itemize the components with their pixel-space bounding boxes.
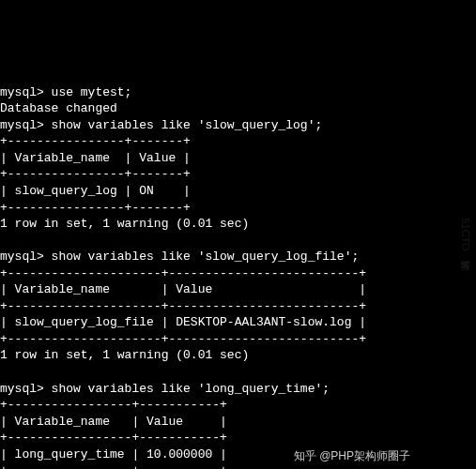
- table-border: +---------------------+-----------------…: [0, 266, 366, 280]
- result-summary: 1 row in set, 1 warning (0.01 sec): [0, 348, 249, 362]
- table-header: | Variable_name | Value |: [0, 415, 227, 429]
- table-border: +-----------------+-----------+: [0, 398, 227, 412]
- table-border: +-----------------+-----------+: [0, 431, 227, 445]
- prompt-line[interactable]: mysql> show variables like 'slow_query_l…: [0, 118, 322, 132]
- table-border: +----------------+-------+: [0, 167, 191, 181]
- table-row: | long_query_time | 10.000000 |: [0, 447, 227, 461]
- output-line: Database changed: [0, 101, 117, 115]
- table-header: | Variable_name | Value |: [0, 282, 366, 296]
- table-border: +---------------------+-----------------…: [0, 299, 366, 313]
- table-border: +----------------+-------+: [0, 134, 191, 148]
- prompt-line[interactable]: mysql> show variables like 'slow_query_l…: [0, 250, 359, 264]
- table-header: | Variable_name | Value |: [0, 151, 191, 165]
- table-row: | slow_query_log_file | DESKTOP-AAL3ANT-…: [0, 315, 366, 329]
- table-border: +----------------+-------+: [0, 201, 191, 215]
- terminal-output: mysql> use mytest; Database changed mysq…: [0, 66, 476, 469]
- prompt-line[interactable]: mysql> show variables like 'long_query_t…: [0, 382, 330, 396]
- table-border: +-----------------+-----------+: [0, 463, 227, 469]
- table-border: +---------------------+-----------------…: [0, 332, 366, 346]
- table-row: | slow_query_log | ON |: [0, 184, 191, 198]
- prompt-line[interactable]: mysql> use mytest;: [0, 85, 131, 99]
- result-summary: 1 row in set, 1 warning (0.01 sec): [0, 217, 249, 231]
